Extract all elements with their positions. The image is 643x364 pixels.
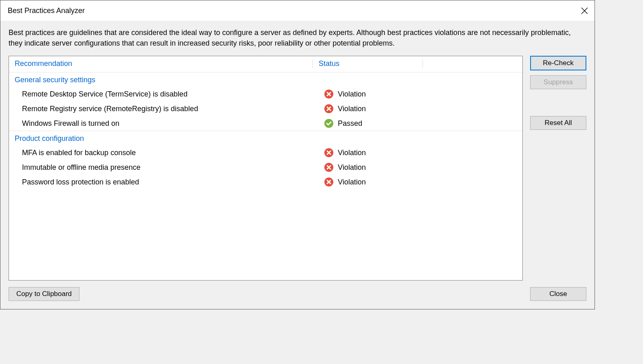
recommendation-text: MFA is enabled for backup console xyxy=(13,149,313,157)
recommendation-text: Remote Desktop Service (TermService) is … xyxy=(13,90,313,99)
recommendation-text: Password loss protection is enabled xyxy=(13,178,313,186)
column-header-spacer xyxy=(423,59,518,68)
violation-icon xyxy=(324,89,334,99)
side-buttons: Re-Check Suppress Reset All xyxy=(530,56,586,281)
close-icon[interactable] xyxy=(574,0,595,21)
column-header-recommendation[interactable]: Recommendation xyxy=(13,59,313,68)
grid-header: Recommendation Status xyxy=(9,56,522,72)
recommendation-text: Remote Registry service (RemoteRegistry)… xyxy=(13,105,313,113)
table-row[interactable]: Remote Desktop Service (TermService) is … xyxy=(9,87,522,101)
suppress-button: Suppress xyxy=(530,75,586,89)
violation-icon xyxy=(324,177,334,187)
results-grid[interactable]: Recommendation Status General security s… xyxy=(9,56,523,281)
table-row[interactable]: Immutable or offline media presence Viol… xyxy=(9,160,522,175)
status-text: Violation xyxy=(338,90,366,99)
dialog-content: Best practices are guidelines that are c… xyxy=(0,21,595,309)
status-text: Passed xyxy=(338,119,362,128)
table-row[interactable]: MFA is enabled for backup console Violat… xyxy=(9,145,522,160)
status-text: Violation xyxy=(338,163,366,172)
footer: Copy to Clipboard Close xyxy=(9,287,586,301)
status-text: Violation xyxy=(338,105,366,113)
column-header-status[interactable]: Status xyxy=(313,59,423,68)
recheck-button[interactable]: Re-Check xyxy=(530,56,586,70)
titlebar: Best Practices Analyzer xyxy=(0,0,595,21)
description-text: Best practices are guidelines that are c… xyxy=(9,27,586,48)
recommendation-text: Windows Firewall is turned on xyxy=(13,119,313,128)
status-text: Violation xyxy=(338,149,366,157)
table-row[interactable]: Password loss protection is enabled Viol… xyxy=(9,175,522,189)
table-row[interactable]: Remote Registry service (RemoteRegistry)… xyxy=(9,101,522,116)
status-text: Violation xyxy=(338,178,366,186)
copy-to-clipboard-button[interactable]: Copy to Clipboard xyxy=(9,287,79,301)
close-button[interactable]: Close xyxy=(530,287,586,301)
table-row[interactable]: Windows Firewall is turned on Passed xyxy=(9,116,522,131)
section-header: General security settings xyxy=(9,72,522,87)
section-header: Product configuration xyxy=(9,131,522,145)
dialog-window: Best Practices Analyzer Best practices a… xyxy=(0,0,595,309)
recommendation-text: Immutable or offline media presence xyxy=(13,163,313,172)
passed-icon xyxy=(324,118,334,128)
violation-icon xyxy=(324,104,334,114)
dialog-title: Best Practices Analyzer xyxy=(8,7,85,15)
violation-icon xyxy=(324,148,334,158)
violation-icon xyxy=(324,162,334,172)
reset-all-button[interactable]: Reset All xyxy=(530,116,586,130)
